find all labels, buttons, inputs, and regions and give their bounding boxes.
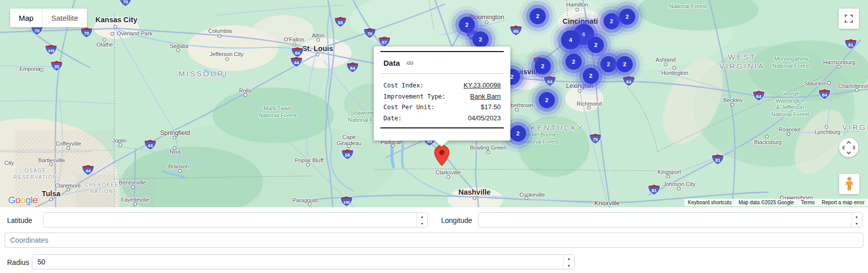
pan-arrows-icon [842, 141, 856, 155]
cluster-marker[interactable]: 2 [535, 58, 551, 74]
cluster-marker[interactable]: 2 [530, 8, 546, 24]
coordinates-field-wrap [5, 233, 863, 248]
fullscreen-button[interactable] [839, 9, 859, 29]
cost-index-link[interactable]: KY.23.00098 [464, 81, 501, 89]
info-window: Data Cost Index: KY.23.00098 Improvement… [374, 47, 510, 141]
cluster-marker[interactable]: 2 [539, 92, 555, 108]
longitude-label: Longitude [441, 216, 472, 224]
info-row: Improvement Type: Bank Barn [383, 93, 501, 104]
spinner-down-button[interactable]: ▼ [563, 262, 574, 269]
cluster-marker[interactable]: 2 [617, 56, 633, 72]
satellite-button[interactable]: Satellite [42, 9, 86, 27]
cost-per-unit-value: $17.50 [481, 103, 501, 111]
spinner-down-button[interactable]: ▼ [417, 220, 427, 227]
cluster-marker[interactable]: 2 [583, 68, 599, 84]
terms-link[interactable]: Terms [797, 200, 818, 205]
latitude-spinner: ▲ ▼ [416, 213, 427, 227]
longitude-field-wrap: ▲ ▼ [478, 212, 862, 228]
info-window-bottom-rule [380, 127, 504, 128]
spinner-up-button[interactable]: ▲ [851, 213, 862, 220]
info-row: Cost Index: KY.23.00098 [383, 81, 501, 93]
latitude-label: Latitude [7, 216, 32, 224]
fullscreen-icon [845, 15, 853, 23]
coordinates-input[interactable] [5, 233, 863, 248]
link-icon[interactable] [406, 59, 414, 67]
info-row-label: Cost Per Unit: [383, 104, 435, 111]
info-row: Cost Per Unit: $17.50 [383, 103, 501, 114]
cluster-marker[interactable]: 2 [588, 37, 604, 53]
info-row-label: Improvement Type: [383, 93, 446, 100]
report-map-error-link[interactable]: Report a map error [818, 200, 868, 205]
map-container[interactable]: Kansas CityOverland ParkOlatheSedaliaEmp… [0, 0, 868, 207]
cluster-marker[interactable]: 2 [472, 31, 489, 48]
spinner-up-button[interactable]: ▲ [417, 213, 427, 220]
info-row: Date: 04/05/2023 [383, 114, 501, 125]
cluster-marker[interactable]: 2 [619, 9, 635, 25]
radius-field-wrap: ▲ ▼ [32, 254, 575, 269]
radius-input[interactable] [32, 254, 575, 269]
spinner-down-button[interactable]: ▼ [851, 220, 862, 227]
cluster-marker[interactable]: 2 [600, 56, 617, 72]
info-window-title: Data [383, 59, 400, 67]
pegman-button[interactable] [839, 174, 859, 194]
keyboard-shortcuts-button[interactable]: Keyboard shortcuts [684, 200, 735, 205]
latitude-input[interactable] [43, 212, 428, 228]
map-pin[interactable] [434, 145, 450, 166]
date-value: 04/05/2023 [468, 114, 501, 122]
cluster-marker[interactable]: 2 [603, 13, 620, 29]
info-row-label: Date: [383, 115, 402, 122]
cluster-marker[interactable]: 2 [510, 125, 526, 142]
page: Kansas CityOverland ParkOlatheSedaliaEmp… [0, 0, 868, 273]
radius-label: Radius [7, 258, 29, 266]
map-data-text: Map data ©2025 Google [735, 200, 797, 205]
spinner-up-button[interactable]: ▲ [563, 255, 574, 262]
google-logo[interactable]: Google [8, 195, 37, 206]
cluster-marker[interactable]: 2 [459, 17, 475, 33]
cluster-marker[interactable]: 2 [566, 54, 582, 70]
info-row-label: Cost Index: [383, 82, 423, 89]
info-window-tail [435, 141, 448, 147]
longitude-spinner: ▲ ▼ [851, 213, 862, 227]
attribution-bar: Keyboard shortcuts Map data ©2025 Google… [684, 199, 868, 206]
map-type-control: Map Satellite [10, 9, 87, 27]
improvement-type-link[interactable]: Bank Barn [470, 93, 501, 100]
cluster-marker[interactable]: 4 [561, 30, 580, 50]
longitude-input[interactable] [478, 212, 862, 228]
latitude-field-wrap: ▲ ▼ [43, 212, 428, 228]
pan-control[interactable] [839, 138, 858, 157]
map-button[interactable]: Map [10, 9, 42, 27]
radius-spinner: ▲ ▼ [563, 255, 574, 269]
pegman-icon [845, 177, 853, 191]
